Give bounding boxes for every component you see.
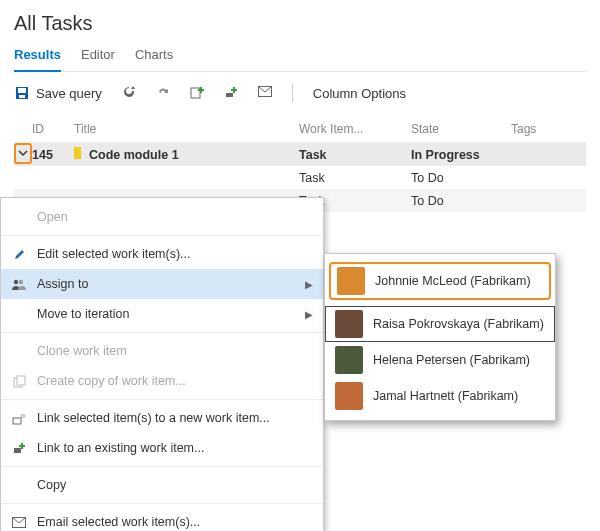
avatar (337, 267, 365, 295)
menu-clone: Clone work item (1, 336, 323, 366)
avatar (335, 346, 363, 374)
cell-state: To Do (411, 194, 511, 208)
row-context-trigger[interactable] (14, 143, 32, 164)
refresh-icon (122, 85, 136, 102)
cell-state: To Do (411, 171, 511, 185)
person-option[interactable]: Helena Petersen (Fabrikam) (325, 342, 555, 378)
col-tags[interactable]: Tags (511, 122, 586, 136)
svg-point-6 (14, 280, 18, 284)
chevron-right-icon: ▶ (305, 309, 313, 320)
menu-copy[interactable]: Copy (1, 470, 323, 500)
cell-type: Task (299, 148, 411, 162)
svg-rect-2 (19, 95, 25, 98)
link-button[interactable] (224, 85, 238, 102)
person-option[interactable]: Jamal Hartnett (Fabrikam) (325, 378, 555, 414)
toolbar: Save query Column Opt (14, 72, 586, 116)
save-icon (14, 86, 30, 100)
link-existing-icon (11, 442, 27, 454)
redo-button[interactable] (156, 85, 170, 102)
save-query-label: Save query (36, 86, 102, 101)
person-name: Jamal Hartnett (Fabrikam) (373, 389, 518, 403)
table-row[interactable]: Task To Do (14, 166, 586, 189)
col-type[interactable]: Work Item... (299, 122, 411, 136)
menu-separator (1, 466, 323, 467)
task-type-icon (74, 147, 81, 159)
tab-results[interactable]: Results (14, 41, 61, 72)
menu-link-existing[interactable]: Link to an existing work item... (1, 433, 323, 463)
avatar (335, 382, 363, 410)
cell-type: Task (299, 171, 411, 185)
menu-link-new[interactable]: Link selected item(s) to a new work item… (1, 403, 323, 433)
person-name: Raisa Pokrovskaya (Fabrikam) (373, 317, 544, 331)
new-item-icon (190, 85, 204, 102)
col-title[interactable]: Title (74, 122, 299, 136)
person-option[interactable]: Raisa Pokrovskaya (Fabrikam) (325, 306, 555, 342)
menu-move-iteration[interactable]: Move to iteration ▶ (1, 299, 323, 329)
svg-rect-12 (14, 448, 21, 453)
col-state[interactable]: State (411, 122, 511, 136)
cell-id: 145 (32, 148, 74, 162)
menu-edit[interactable]: Edit selected work item(s)... (1, 239, 323, 269)
menu-separator (1, 399, 323, 400)
mail-icon (11, 517, 27, 528)
column-headers: ID Title Work Item... State Tags (14, 116, 586, 143)
menu-separator (1, 503, 323, 504)
redo-icon (156, 85, 170, 102)
chevron-right-icon: ▶ (305, 279, 313, 290)
tabs: Results Editor Charts (14, 41, 586, 72)
new-item-button[interactable] (190, 85, 204, 102)
svg-rect-1 (18, 88, 26, 93)
cell-title: Code module 1 (74, 147, 299, 162)
svg-rect-4 (226, 93, 233, 97)
link-icon (224, 85, 238, 102)
pencil-icon (11, 248, 27, 261)
context-menu: Open Edit selected work item(s)... Assig… (0, 197, 324, 531)
save-query-button[interactable]: Save query (14, 86, 102, 101)
link-new-icon (11, 412, 27, 425)
person-name: Helena Petersen (Fabrikam) (373, 353, 530, 367)
page-title: All Tasks (14, 12, 586, 35)
avatar (335, 310, 363, 338)
menu-separator (1, 235, 323, 236)
menu-email[interactable]: Email selected work item(s)... (1, 507, 323, 531)
tab-charts[interactable]: Charts (135, 41, 173, 71)
mail-icon (258, 86, 272, 101)
tab-editor[interactable]: Editor (81, 41, 115, 71)
menu-open: Open (1, 202, 323, 232)
svg-point-7 (19, 280, 23, 284)
column-options-button[interactable]: Column Options (313, 86, 406, 101)
email-toolbar-button[interactable] (258, 86, 272, 101)
copy-icon (11, 375, 27, 388)
svg-rect-9 (17, 376, 25, 385)
cell-state: In Progress (411, 148, 511, 162)
people-icon (11, 278, 27, 290)
person-name: Johnnie McLeod (Fabrikam) (375, 274, 531, 288)
menu-create-copy: Create copy of work item... (1, 366, 323, 396)
table-row[interactable]: 145 Code module 1 Task In Progress (14, 143, 586, 166)
person-option[interactable]: Johnnie McLeod (Fabrikam) (329, 262, 551, 300)
chevron-down-icon (18, 150, 28, 158)
svg-rect-10 (13, 418, 21, 424)
refresh-button[interactable] (122, 85, 136, 102)
assign-to-submenu: Johnnie McLeod (Fabrikam) Raisa Pokrovsk… (324, 253, 556, 421)
menu-assign-to[interactable]: Assign to ▶ (1, 269, 323, 299)
col-id[interactable]: ID (32, 122, 74, 136)
menu-separator (1, 332, 323, 333)
toolbar-separator (292, 84, 293, 102)
